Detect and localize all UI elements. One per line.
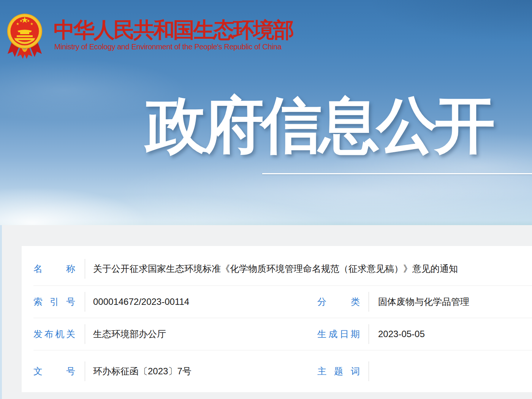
issuing-org-label: 发布机关 — [33, 328, 75, 340]
doc-no-label: 文号 — [33, 365, 75, 377]
info-row-index-category: 索引号 000014672/2023-00114 分类 固体废物与化学品管理 — [33, 286, 532, 318]
field-divider — [369, 292, 369, 312]
field-divider — [369, 361, 369, 381]
issuing-org-value: 生态环境部办公厅 — [93, 328, 166, 340]
issue-date-label: 生成日期 — [317, 328, 360, 340]
field-divider — [85, 259, 85, 279]
org-title-cn: 中华人民共和国生态环境部 — [54, 16, 293, 45]
index-no-label: 索引号 — [33, 296, 75, 308]
name-label: 名称 — [33, 263, 75, 275]
info-row-name: 名称 关于公开征求国家生态环境标准《化学物质环境管理命名规范（征求意见稿）》意见… — [33, 246, 532, 286]
field-divider — [85, 361, 85, 381]
info-row-docno-keywords: 文号 环办标征函〔2023〕7号 主题词 — [33, 350, 532, 392]
field-divider — [369, 324, 369, 344]
page-root: { "header": { "org_title_cn": "中华人民共和国生态… — [0, 0, 532, 399]
field-divider — [85, 324, 85, 344]
keywords-label: 主题词 — [317, 365, 360, 377]
category-value: 固体废物与化学品管理 — [378, 296, 469, 308]
issue-date-value: 2023-05-05 — [378, 329, 425, 339]
banner-underline — [262, 173, 532, 174]
index-no-value: 000014672/2023-00114 — [93, 296, 189, 307]
doc-no-value: 环办标征函〔2023〕7号 — [93, 365, 192, 377]
info-panel: 名称 关于公开征求国家生态环境标准《化学物质环境管理命名规范（征求意见稿）》意见… — [2, 225, 532, 399]
site-logo-link[interactable]: 中华人民共和国生态环境部 Ministry of Ecology and Env… — [0, 0, 304, 68]
sky-banner: 中华人民共和国生态环境部 Ministry of Ecology and Env… — [0, 0, 532, 225]
field-divider — [85, 292, 85, 312]
info-row-org-date: 发布机关 生态环境部办公厅 生成日期 2023-05-05 — [33, 318, 532, 350]
page-banner-title: 政府信息公开 — [146, 93, 492, 157]
name-value: 关于公开征求国家生态环境标准《化学物质环境管理命名规范（征求意见稿）》意见的通知 — [93, 263, 458, 275]
category-label: 分类 — [317, 296, 360, 308]
info-card: 名称 关于公开征求国家生态环境标准《化学物质环境管理命名规范（征求意见稿）》意见… — [22, 246, 532, 392]
org-subtitle-en: Ministry of Ecology and Environment of t… — [54, 43, 282, 51]
china-national-emblem-icon — [6, 9, 43, 60]
